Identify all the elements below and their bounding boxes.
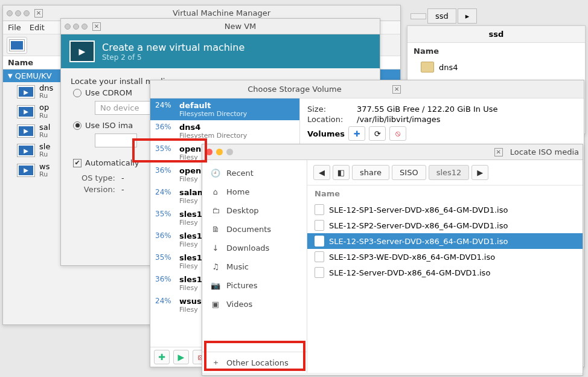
- file-name: SLE-12-SP1-Server-DVD-x86_64-GM-DVD1.iso: [329, 205, 508, 214]
- crumb-share[interactable]: share: [352, 165, 389, 180]
- vm-name: op: [39, 103, 49, 112]
- forward-button[interactable]: ▶: [471, 165, 488, 180]
- maximize-button[interactable]: [226, 149, 233, 155]
- pool-name: open: [179, 166, 201, 175]
- banner-heading: Create a new virtual machine: [102, 42, 244, 53]
- file-row[interactable]: SLE-12-SP1-Server-DVD-x86_64-GM-DVD1.iso: [307, 202, 583, 218]
- version-value: -: [121, 185, 124, 194]
- file-column-name[interactable]: Name: [307, 185, 583, 202]
- pool-name: sles1: [179, 275, 202, 284]
- file-row[interactable]: SLE-12-Server-DVD-x86_64-GM-DVD1.iso: [307, 265, 583, 280]
- path-bar: ◀ ◧ share SISO sles12 ▶: [307, 160, 583, 185]
- pool-percent: 36%: [155, 275, 176, 283]
- home-icon: ⌂: [211, 187, 220, 196]
- storage-pool-item[interactable]: 36% dns4 Filesystem Directory: [150, 120, 299, 142]
- pool-type: Filesystem Directory: [179, 110, 247, 118]
- window-dot[interactable]: [7, 10, 13, 16]
- vm-name: sle: [39, 143, 50, 151]
- back-button[interactable]: ◀: [313, 165, 330, 180]
- vmm-title: Virtual Machine Manager: [46, 8, 397, 18]
- location-value: /var/lib/libvirt/images: [357, 115, 441, 124]
- vm-state: Ru: [39, 112, 49, 120]
- vm-state: Ru: [39, 171, 50, 178]
- volumes-label: Volumes: [307, 129, 345, 138]
- radio-icon[interactable]: [73, 89, 81, 97]
- vm-name: dns: [39, 84, 53, 92]
- window-dot[interactable]: [15, 10, 21, 16]
- folder-row[interactable]: dns4: [407, 59, 585, 75]
- tab-forward-button[interactable]: ▸: [458, 8, 478, 24]
- folder-icon: [421, 62, 434, 72]
- minimize-button[interactable]: [216, 149, 223, 155]
- iso-path-field[interactable]: [95, 134, 137, 147]
- vm-thumbnail-icon: ▶: [18, 125, 34, 137]
- delete-volume-button[interactable]: ⦸: [389, 126, 406, 141]
- places-documents[interactable]: 🗎Documents: [202, 220, 307, 239]
- file-row[interactable]: SLE-12-SP2-Server-DVD-x86_64-GM-DVD1.iso: [307, 218, 583, 233]
- pool-percent: 35%: [155, 210, 176, 218]
- places-music[interactable]: ♫Music: [202, 257, 307, 276]
- file-row[interactable]: SLE-12-SP3-Server-DVD-x86_64-GM-DVD1.iso: [307, 233, 583, 249]
- close-button[interactable]: [206, 149, 213, 155]
- newvm-banner: Create a new virtual machine Step 2 of 5: [61, 34, 380, 68]
- location-toggle-button[interactable]: ◧: [333, 165, 350, 180]
- start-pool-button[interactable]: ▶: [173, 350, 189, 364]
- new-vm-button[interactable]: [7, 37, 27, 54]
- pool-type: Filesy: [179, 219, 202, 227]
- size-value: 377.55 GiB Free / 122.20 GiB In Use: [357, 105, 497, 114]
- version-label: Version:: [71, 185, 115, 194]
- file-icon: [315, 251, 324, 262]
- crumb-siso[interactable]: SISO: [392, 165, 426, 180]
- pool-type: Filesy: [179, 262, 202, 270]
- crumb-sles12[interactable]: sles12: [429, 165, 470, 180]
- storage-pool-item[interactable]: 24% default Filesystem Directory: [150, 98, 299, 120]
- pool-name: sles1: [179, 253, 202, 262]
- pool-percent: 24%: [155, 297, 176, 305]
- places-other-locations[interactable]: ＋Other Locations: [202, 352, 307, 373]
- window-controls[interactable]: [7, 10, 30, 16]
- vm-thumbnail-icon: ▶: [18, 106, 34, 118]
- title-icon: ✕: [34, 9, 43, 18]
- vm-name: sal: [39, 123, 50, 132]
- pool-type: Filesy: [179, 240, 202, 248]
- title-icon: ✕: [494, 148, 503, 156]
- file-row[interactable]: SLE-12-SP3-WE-DVD-x86_64-GM-DVD1.iso: [307, 249, 583, 265]
- radio-icon[interactable]: [73, 121, 81, 130]
- window-dot[interactable]: [24, 10, 30, 16]
- storage-titlebar[interactable]: ✕ Choose Storage Volume: [150, 80, 584, 98]
- title-icon: ✕: [92, 22, 101, 31]
- window-controls[interactable]: [206, 149, 233, 155]
- add-pool-button[interactable]: ✚: [154, 350, 170, 364]
- new-volume-button[interactable]: ✚: [348, 126, 365, 141]
- pool-type: Filesy: [179, 153, 201, 161]
- size-label: Size:: [307, 105, 351, 114]
- tab-unknown[interactable]: [411, 13, 426, 19]
- pool-percent: 35%: [155, 144, 176, 153]
- newvm-titlebar[interactable]: ✕ New VM: [61, 19, 380, 34]
- menu-file[interactable]: File: [8, 23, 21, 32]
- title-icon: ✕: [392, 85, 401, 94]
- vm-thumbnail-icon: ▶: [18, 164, 34, 176]
- vm-state: Ru: [39, 132, 50, 139]
- expand-icon[interactable]: ▼: [8, 72, 13, 79]
- places-home[interactable]: ⌂Home: [202, 182, 307, 201]
- places-recent[interactable]: 🕘Recent: [202, 164, 307, 182]
- file-name: SLE-12-Server-DVD-x86_64-GM-DVD1.iso: [329, 268, 490, 277]
- checkbox-icon[interactable]: ✔: [73, 159, 81, 167]
- tab-ssd[interactable]: ssd: [427, 8, 456, 24]
- banner-step: Step 2 of 5: [102, 53, 244, 62]
- refresh-volumes-button[interactable]: ⟳: [369, 126, 386, 141]
- pool-type: Filesystem Directory: [179, 132, 247, 140]
- use-cdrom-label: Use CDROM: [85, 88, 132, 97]
- places-pictures[interactable]: 📷Pictures: [202, 276, 307, 295]
- camera-icon: 📷: [211, 281, 220, 290]
- pool-name: dns4: [179, 123, 247, 132]
- places-desktop[interactable]: 🗀Desktop: [202, 201, 307, 220]
- locate-titlebar[interactable]: ✕ Locate ISO media: [202, 144, 583, 160]
- file-name: SLE-12-SP2-Server-DVD-x86_64-GM-DVD1.iso: [329, 221, 508, 230]
- locate-iso-window: ✕ Locate ISO media 🕘Recent ⌂Home 🗀Deskto…: [202, 144, 583, 376]
- ssd-name-column[interactable]: Name: [407, 43, 585, 59]
- places-videos[interactable]: ▣Videos: [202, 295, 307, 314]
- menu-edit[interactable]: Edit: [30, 23, 45, 32]
- places-downloads[interactable]: ↓Downloads: [202, 239, 307, 257]
